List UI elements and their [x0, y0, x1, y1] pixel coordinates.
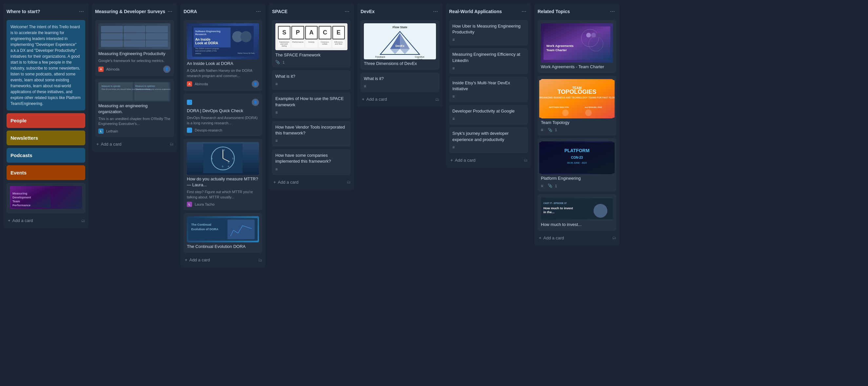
svg-text:Performance: Performance: [12, 204, 30, 207]
card-measuring-linkedin[interactable]: Measuring Engineering Efficiency at Link…: [449, 48, 528, 74]
svg-text:An Inside: An Inside: [195, 38, 211, 41]
column-dora: DORA ··· Software Engineering Research A…: [180, 3, 266, 268]
card-footer-indicator: ≡: [364, 83, 436, 89]
svg-text:and common pitfalls of the: and common pitfalls of the: [195, 50, 217, 52]
svg-rect-36: [227, 219, 255, 239]
card-meta: A Abinoda 👤: [98, 66, 170, 73]
svg-text:Nathen Harvey  Abi Nada: Nathen Harvey Abi Nada: [238, 53, 255, 54]
card-measuring-dev-team[interactable]: Measuring Development Team Performance: [6, 183, 85, 213]
column-header: SPACE ···: [272, 6, 351, 18]
add-card-button[interactable]: + Add a card: [449, 156, 524, 165]
add-card-button[interactable]: + Add a card: [361, 95, 435, 103]
archive-icon[interactable]: 🗂: [524, 158, 528, 162]
svg-text:Team Charter: Team Charter: [547, 48, 567, 52]
add-card-label: Add a card: [278, 180, 299, 185]
card-three-dimensions[interactable]: Flow State DevEx Feedback Loops Cognitiv…: [361, 20, 439, 70]
add-card-button[interactable]: + Add a card: [537, 234, 612, 242]
card-platform-eng[interactable]: PLATFORM CON·23 08-09 JUNE · 2023 Platfo…: [537, 138, 616, 191]
svg-text:Should you invest your science: Should you invest your science engineeri…: [135, 88, 170, 90]
card-inside-look-dora[interactable]: Software Engineering Research An Inside …: [184, 20, 262, 91]
svg-text:Cognitive: Cognitive: [415, 56, 424, 58]
card-meta: 🔷 Devops-research: [187, 127, 259, 133]
welcome-card[interactable]: Welcome! The intent of this Trello board…: [6, 20, 85, 111]
svg-text:The Continual: The Continual: [191, 223, 211, 226]
attachment-icon: 📎: [548, 128, 552, 132]
card-snyk[interactable]: Snyk's journey with developer experience…: [449, 127, 528, 153]
add-card-button[interactable]: + Add a card: [95, 140, 170, 149]
sidebar-item-people[interactable]: People: [6, 113, 85, 128]
card-meta: ≡ 📎 1: [541, 184, 613, 188]
card-work-agreements[interactable]: Work Agreements Team Charter Work Agreem…: [537, 20, 616, 73]
svg-point-68: [585, 110, 592, 116]
card-team-topology[interactable]: TEAM TOPOLOGIES ORGANIZING BUSINESS AND …: [537, 76, 616, 136]
card-title: An Inside Look at DORA: [187, 61, 259, 66]
plus-icon: +: [185, 258, 187, 262]
work-agreements-thumbnail: Work Agreements Team Charter: [541, 23, 613, 63]
card-meta: 📎 1: [275, 60, 347, 64]
card-dev-prod-google[interactable]: Developer Productivity at Google ≡: [449, 105, 528, 125]
column-menu-button[interactable]: ···: [343, 7, 351, 16]
add-card-label: Add a card: [189, 258, 210, 262]
where-to-start-footer: + Add a card 🗂: [6, 216, 85, 225]
add-card-button[interactable]: + Add a card: [184, 256, 258, 264]
column-where-to-start: Where to start? ··· Welcome! The intent …: [3, 3, 89, 228]
author-name: Abinoda: [195, 82, 208, 86]
card-examples-space[interactable]: Examples of How to use the SPACE framewo…: [272, 92, 351, 118]
column-header: DevEx ···: [361, 6, 439, 18]
svg-text:Measure to operate: Measure to operate: [102, 85, 121, 87]
column-title: Where to start?: [6, 9, 40, 14]
card-measuring-eng-prod[interactable]: Measuring Engineering Productivity Googl…: [95, 20, 174, 76]
svg-text:Measuring: Measuring: [12, 192, 27, 195]
add-card-label: Add a card: [12, 218, 33, 223]
card-mttr[interactable]: 12 6 9 3 4 5 How do you actually measure…: [184, 139, 262, 210]
card-measuring-eng-org[interactable]: Measure to operate How do you know you s…: [95, 79, 174, 137]
column-menu-button[interactable]: ···: [520, 7, 528, 16]
archive-icon[interactable]: 🗂: [81, 218, 85, 223]
source-icon: 🔷: [187, 127, 192, 133]
svg-text:MATTHEW SKELTON: MATTHEW SKELTON: [549, 106, 569, 108]
card-continual-dora[interactable]: The Continual Evolution of DORA The Cont…: [184, 213, 262, 253]
card-invest[interactable]: CAST IT - EPISODE 37 How much to invest …: [537, 194, 616, 231]
svg-text:Feedback: Feedback: [375, 56, 385, 58]
add-card-label: Add a card: [101, 142, 122, 147]
archive-icon[interactable]: 🗂: [612, 235, 616, 240]
card-what-is-it-devex[interactable]: What is it? ≡: [361, 72, 439, 92]
column-menu-button[interactable]: ···: [432, 7, 439, 16]
add-card-button[interactable]: + Add a card: [6, 216, 81, 225]
add-card-button[interactable]: + Add a card: [272, 178, 347, 187]
card-dora-devops-quick[interactable]: 🔷 👤 DORA | DevOps Quick Check DevOps Res…: [184, 93, 262, 136]
archive-icon[interactable]: 🗂: [170, 142, 174, 146]
column-menu-button[interactable]: ···: [609, 7, 616, 16]
svg-point-77: [594, 204, 608, 217]
card-desc: This is an unedited chapter from O'Reill…: [98, 116, 170, 127]
svg-text:PLATFORM: PLATFORM: [564, 148, 590, 153]
card-footer-indicator: ≡: [275, 109, 347, 115]
svg-text:The DORA research program: The DORA research program: [195, 48, 219, 50]
card-title: How Uber is Measuring Engineering Produc…: [452, 23, 524, 35]
card-what-is-it-space[interactable]: What is it? ≡: [272, 70, 351, 90]
sidebar-item-podcasts[interactable]: Podcasts: [6, 148, 85, 163]
column-devex: DevEx ··· Flow State DevEx Feedback: [357, 3, 442, 107]
card-desc: DevOps Research and Assessment (DORA) is…: [187, 115, 259, 126]
card-etsy-devex[interactable]: Inside Etsy's Multi-Year DevEx Initiativ…: [449, 77, 528, 102]
card-desc: Google's framework for selecting metrics…: [98, 58, 170, 63]
archive-icon[interactable]: 🗂: [347, 180, 351, 184]
author-icon: A: [98, 66, 103, 72]
author-name: Laura Tacho: [195, 202, 214, 206]
card-companies-implemented[interactable]: How have some companies implemented this…: [272, 149, 351, 175]
svg-point-58: [586, 33, 591, 37]
column-menu-button[interactable]: ···: [78, 7, 85, 16]
card-title: Work Agreements - Team Charter: [541, 64, 613, 70]
archive-icon[interactable]: 🗂: [435, 97, 439, 102]
card-title: What is it?: [275, 73, 347, 79]
column-menu-button[interactable]: ···: [166, 7, 174, 16]
card-title: How have some companies implemented this…: [275, 152, 347, 164]
card-how-uber[interactable]: How Uber is Measuring Engineering Produc…: [449, 20, 528, 46]
archive-icon[interactable]: 🗂: [258, 258, 262, 262]
card-vendor-tools[interactable]: How have Vendor Tools incorporated this …: [272, 121, 351, 147]
column-menu-button[interactable]: ···: [255, 7, 262, 16]
card-space-framework[interactable]: S P A C E Satisfaction and well-being Pe…: [272, 20, 351, 67]
sidebar-item-newsletters[interactable]: Newsletters: [6, 130, 85, 145]
sidebar-item-events[interactable]: Events: [6, 165, 85, 180]
dora-inside-thumbnail: Software Engineering Research An Inside …: [187, 23, 259, 59]
